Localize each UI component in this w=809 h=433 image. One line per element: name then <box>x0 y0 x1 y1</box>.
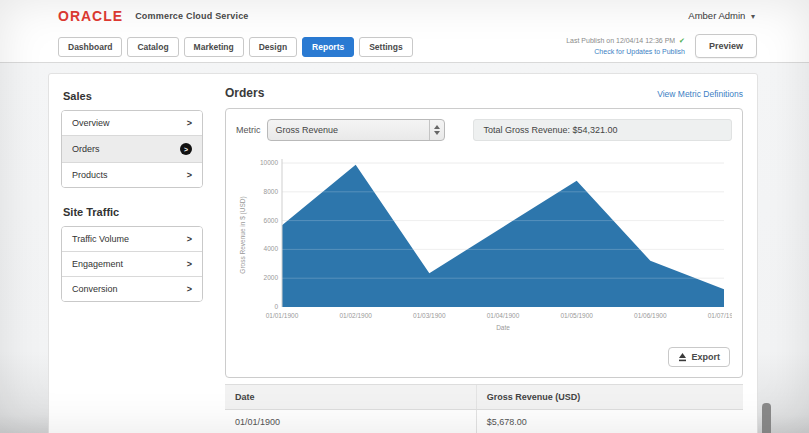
metric-select[interactable]: Gross Revenue <box>267 119 445 141</box>
user-name: Amber Admin <box>688 10 745 21</box>
total-revenue-text: Total Gross Revenue: $54,321.00 <box>474 125 618 135</box>
sidebar-item-orders[interactable]: Orders > <box>62 136 202 163</box>
tab-reports[interactable]: Reports <box>302 37 354 57</box>
svg-text:2000: 2000 <box>264 274 279 281</box>
chevron-down-icon: ▾ <box>751 12 755 21</box>
export-row: Export <box>236 347 730 367</box>
last-publish-text: Last Publish on 12/04/14 12:36 PM ✔ <box>566 36 685 47</box>
svg-text:Date: Date <box>496 324 510 331</box>
svg-text:01/05/1900: 01/05/1900 <box>560 312 593 319</box>
svg-text:01/03/1900: 01/03/1900 <box>413 312 446 319</box>
sidebar: Sales Overview > Orders > Products > Sit… <box>49 74 215 433</box>
svg-text:8000: 8000 <box>264 188 279 195</box>
metric-label: Metric <box>236 125 261 135</box>
chevron-right-icon: > <box>187 118 192 128</box>
svg-text:0: 0 <box>274 303 278 310</box>
sidebar-item-label: Orders <box>72 144 100 154</box>
chevron-right-icon: > <box>187 284 192 294</box>
table-row[interactable]: 01/01/1900 $5,678.00 <box>225 410 743 433</box>
vertical-scrollbar-thumb[interactable] <box>762 403 771 433</box>
svg-text:10000: 10000 <box>260 159 278 166</box>
main-content: Orders View Metric Definitions Metric Gr… <box>215 74 757 433</box>
tab-design[interactable]: Design <box>249 37 297 57</box>
metric-row: Metric Gross Revenue Total Gross Revenue… <box>236 119 732 141</box>
revenue-table: Date Gross Revenue (USD) 01/01/1900 $5,6… <box>225 384 743 433</box>
sidebar-item-overview[interactable]: Overview > <box>62 111 202 136</box>
svg-text:01/01/1900: 01/01/1900 <box>266 312 299 319</box>
report-panel: Metric Gross Revenue Total Gross Revenue… <box>225 108 743 378</box>
export-label: Export <box>691 352 720 362</box>
check-icon: ✔ <box>679 37 685 44</box>
sidebar-section-site-traffic: Site Traffic <box>63 206 203 218</box>
user-menu[interactable]: Amber Admin ▾ <box>688 10 755 21</box>
column-header-date: Date <box>225 385 476 410</box>
selected-circle-arrow-icon: > <box>180 143 192 155</box>
svg-text:01/07/1900: 01/07/1900 <box>708 312 732 319</box>
publish-status: Last Publish on 12/04/14 12:36 PM ✔ Chec… <box>566 34 685 58</box>
page-title: Orders <box>225 86 264 100</box>
preview-button[interactable]: Preview <box>695 34 757 58</box>
oracle-logo: ORACLE <box>58 8 123 24</box>
cell-date: 01/01/1900 <box>225 410 476 433</box>
sidebar-section-sales: Sales <box>63 90 203 102</box>
export-icon <box>678 353 687 362</box>
chart-container: 020004000600080001000001/01/190001/02/19… <box>236 149 732 345</box>
publish-area: Last Publish on 12/04/14 12:36 PM ✔ Chec… <box>566 34 757 58</box>
main-header: Orders View Metric Definitions <box>225 86 743 100</box>
triangle-down-icon <box>434 131 440 135</box>
sidebar-item-conversion[interactable]: Conversion > <box>62 277 202 301</box>
metric-select-value: Gross Revenue <box>268 125 429 135</box>
tab-dashboard[interactable]: Dashboard <box>58 37 122 57</box>
sidebar-item-products[interactable]: Products > <box>62 163 202 187</box>
export-button[interactable]: Export <box>668 347 730 367</box>
sidebar-item-engagement[interactable]: Engagement > <box>62 252 202 277</box>
sidebar-item-label: Engagement <box>72 259 123 269</box>
total-revenue-box: Total Gross Revenue: $54,321.00 <box>473 119 733 141</box>
sidebar-item-label: Products <box>72 170 108 180</box>
sidebar-item-traffic-volume[interactable]: Traffic Volume > <box>62 227 202 252</box>
svg-text:01/02/1900: 01/02/1900 <box>339 312 372 319</box>
select-stepper-icon <box>429 120 444 140</box>
svg-text:4000: 4000 <box>264 245 279 252</box>
view-metric-definitions-link[interactable]: View Metric Definitions <box>657 89 743 99</box>
content-card: Sales Overview > Orders > Products > Sit… <box>48 73 758 433</box>
revenue-area-chart: 020004000600080001000001/01/190001/02/19… <box>236 149 732 341</box>
sidebar-item-label: Conversion <box>72 284 118 294</box>
sales-group: Overview > Orders > Products > <box>61 110 203 188</box>
column-header-gross-revenue: Gross Revenue (USD) <box>476 385 743 410</box>
tab-catalog[interactable]: Catalog <box>127 37 178 57</box>
check-updates-link[interactable]: Check for Updates to Publish <box>566 47 685 58</box>
tab-marketing[interactable]: Marketing <box>184 37 244 57</box>
table-header-row: Date Gross Revenue (USD) <box>225 385 743 410</box>
sidebar-item-label: Overview <box>72 118 110 128</box>
chevron-right-icon: > <box>187 170 192 180</box>
tab-settings[interactable]: Settings <box>359 37 413 57</box>
top-bar: ORACLE Commerce Cloud Service Amber Admi… <box>0 0 809 31</box>
cell-revenue: $5,678.00 <box>476 410 743 433</box>
chevron-right-icon: > <box>187 259 192 269</box>
svg-text:Gross Revenue in $ (USD): Gross Revenue in $ (USD) <box>239 196 247 273</box>
triangle-up-icon <box>434 125 440 129</box>
svg-text:6000: 6000 <box>264 217 279 224</box>
product-name: Commerce Cloud Service <box>135 11 248 21</box>
nav-bar: Dashboard Catalog Marketing Design Repor… <box>0 31 809 63</box>
site-traffic-group: Traffic Volume > Engagement > Conversion… <box>61 226 203 302</box>
page-background: Sales Overview > Orders > Products > Sit… <box>0 63 809 433</box>
sidebar-item-label: Traffic Volume <box>72 234 129 244</box>
svg-text:01/04/1900: 01/04/1900 <box>487 312 520 319</box>
svg-text:01/06/1900: 01/06/1900 <box>634 312 667 319</box>
chevron-right-icon: > <box>187 234 192 244</box>
last-publish-label: Last Publish on 12/04/14 12:36 PM <box>566 37 675 44</box>
